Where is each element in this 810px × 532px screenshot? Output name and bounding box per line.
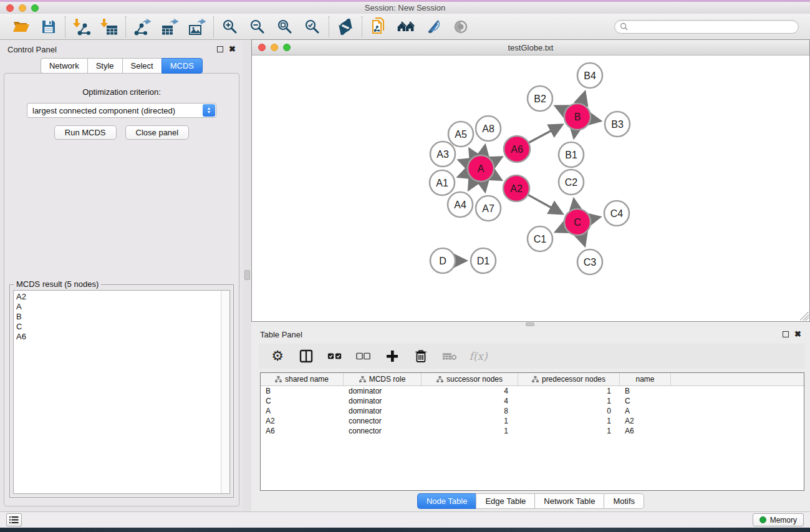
close-panel-button[interactable]: Close panel [125,125,190,140]
import-table-icon[interactable] [100,17,118,36]
session-title: Session: New Session [0,3,810,12]
graph-edge-A-A2[interactable] [492,175,501,180]
table-row[interactable]: A dominator 8 0 A [261,406,804,416]
export-network-icon[interactable] [133,17,152,36]
refresh-layout-icon[interactable] [336,17,355,36]
column-header-name[interactable]: name [620,373,671,385]
save-session-icon[interactable] [39,17,58,36]
table-row[interactable]: C dominator 4 1 C [261,396,804,406]
vertical-split-divider[interactable] [243,41,251,511]
tab-network[interactable]: Network [41,58,87,74]
table-header-row: shared name MCDS role successor nodes pr… [261,373,804,386]
close-panel-icon[interactable]: ✖ [229,46,236,52]
memory-button[interactable]: Memory [753,513,804,526]
table-options-gear-icon[interactable]: ⚙ [270,349,285,364]
memory-label: Memory [770,516,797,525]
delete-table-icon[interactable] [442,349,457,364]
task-history-button[interactable] [6,513,22,526]
desktop-wallpaper-bottom [0,528,810,532]
deselect-all-checkboxes-icon[interactable] [356,349,371,364]
result-item[interactable]: A2 [16,292,221,302]
search-field[interactable] [614,20,799,34]
graph-edge-A-A7[interactable] [483,181,485,191]
table-row[interactable]: B dominator 4 1 B [261,386,804,396]
graph-edge-C-C1[interactable] [556,228,566,232]
clone-network-icon[interactable] [369,17,388,36]
graph-node-label-D: D [439,256,446,266]
function-builder-icon[interactable]: f(x) [471,349,486,364]
tab-style[interactable]: Style [87,58,122,74]
run-mcds-button[interactable]: Run MCDS [54,125,117,140]
graph-edge-B-B3[interactable] [591,119,600,121]
table-row[interactable]: A2 connector 1 1 A2 [261,416,804,426]
result-item[interactable]: C [16,322,221,332]
tab-mcds[interactable]: MCDS [162,58,203,74]
tab-motifs[interactable]: Motifs [604,493,644,509]
graph-edge-B-B4[interactable] [581,92,585,104]
graph-edge-A-A8[interactable] [483,146,485,156]
zoom-in-icon[interactable] [221,17,239,36]
network-overview-icon[interactable] [397,17,415,36]
tab-network-table[interactable]: Network Table [534,493,604,509]
zoom-fit-icon[interactable] [276,17,294,36]
network-graph[interactable]: B4B2BB3A8A5A6A3B1AA1C2A2A4A7C4CC1C3DD1 [252,56,809,321]
network-window-title: testGlobe.txt [252,43,809,52]
network-canvas[interactable]: B4B2BB3A8A5A6A3B1AA1C2A2A4A7C4CC1C3DD1 [252,56,809,321]
float-panel-icon[interactable] [783,331,789,337]
tab-node-table[interactable]: Node Table [417,493,476,509]
graph-edge-C-C2[interactable] [574,200,575,210]
criterion-select[interactable]: largest connected component (directed) ▲… [27,103,216,118]
graph-edge-A-A4[interactable] [469,180,475,189]
close-panel-icon[interactable]: ✖ [794,331,801,337]
export-table-icon[interactable] [160,17,179,36]
graph-node-label-B4: B4 [584,70,596,81]
float-panel-icon[interactable] [217,46,223,52]
graph-node-label-C: C [574,217,581,228]
column-header-predecessor-nodes[interactable]: predecessor nodes [518,373,620,385]
column-header-successor-nodes[interactable]: successor nodes [422,373,518,385]
search-input[interactable] [630,22,793,31]
graph-edge-A-A5[interactable] [470,149,474,157]
delete-column-trash-icon[interactable] [413,349,428,364]
result-item[interactable]: A [16,302,221,312]
graph-node-label-C2: C2 [565,177,578,188]
graph-edge-A2-C[interactable] [528,195,562,213]
graph-edge-A6-B[interactable] [529,125,562,143]
graph-edge-A-A3[interactable] [459,160,468,164]
graph-edge-C-C3[interactable] [581,235,584,245]
column-header-mcds-role[interactable]: MCDS role [344,373,422,385]
network-window-titlebar[interactable]: testGlobe.txt [252,40,809,56]
select-all-checkboxes-icon[interactable] [327,349,342,364]
graph-edge-A-A6[interactable] [493,157,502,162]
horizontal-split-divider[interactable] [251,322,810,326]
graph-node-label-B3: B3 [611,119,624,130]
create-column-icon[interactable] [385,349,400,364]
tab-edge-table[interactable]: Edge Table [476,493,534,509]
column-header-shared-name[interactable]: shared name [261,373,344,385]
graph-node-label-B2: B2 [534,94,546,104]
result-item[interactable]: A6 [16,332,221,342]
graph-edge-C-C4[interactable] [590,217,599,219]
show-graphics-details-icon[interactable] [451,17,470,36]
table-row[interactable]: A6 connector 1 1 A6 [261,426,804,436]
graph-edge-A-A1[interactable] [458,173,468,177]
zoom-out-icon[interactable] [248,17,267,36]
graph-edge-B-B2[interactable] [556,106,566,111]
export-image-icon[interactable] [188,17,206,36]
split-divider-handle[interactable] [244,270,250,280]
workspace: Control Panel ✖ Network Style Select MCD… [0,41,810,511]
hide-annotations-icon[interactable] [424,17,443,36]
graph-node-label-C1: C1 [534,234,547,244]
show-column-icon[interactable] [299,349,314,364]
graph-edge-B-B1[interactable] [574,130,576,138]
graph-node-label-A3: A3 [436,149,449,160]
status-bar: Memory [0,511,810,528]
tab-select[interactable]: Select [122,58,162,74]
graph-node-label-D1: D1 [477,256,490,266]
window-resize-grip[interactable] [800,312,809,321]
result-item[interactable]: B [16,312,221,322]
result-scrollbar[interactable] [221,291,229,493]
open-session-icon[interactable] [12,17,31,36]
zoom-selected-icon[interactable] [303,17,322,36]
import-network-icon[interactable] [72,17,91,36]
